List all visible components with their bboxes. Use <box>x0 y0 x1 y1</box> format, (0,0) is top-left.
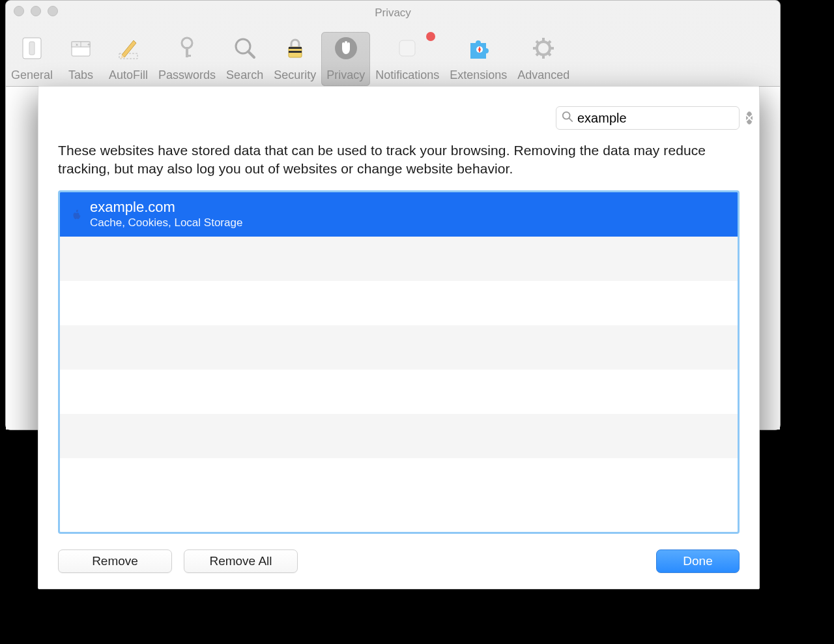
list-item[interactable]: example.comCache, Cookies, Local Storage <box>60 192 738 237</box>
tab-autofill[interactable]: AutoFill <box>104 32 153 86</box>
svg-rect-1 <box>29 42 35 55</box>
done-button[interactable]: Done <box>656 549 740 573</box>
clear-search-button[interactable] <box>746 111 753 124</box>
svg-rect-17 <box>399 40 415 56</box>
list-item-empty <box>60 325 738 370</box>
tab-search[interactable]: Search <box>221 32 268 86</box>
svg-line-25 <box>548 53 551 55</box>
lock-icon <box>279 32 311 65</box>
website-data-sheet: These websites have stored data that can… <box>38 86 760 589</box>
hand-icon <box>330 32 362 65</box>
svg-line-12 <box>248 51 254 57</box>
svg-rect-15 <box>289 51 302 53</box>
toolbar-item-label: Tabs <box>68 68 93 82</box>
tab-general[interactable]: General <box>6 32 58 86</box>
website-domain: example.com <box>90 199 242 215</box>
list-item-empty <box>60 414 738 458</box>
remove-button[interactable]: Remove <box>58 549 172 573</box>
sheet-description: These websites have stored data that can… <box>58 141 740 179</box>
tab-extensions[interactable]: Extensions <box>444 32 512 86</box>
tab-notifications[interactable]: Notifications <box>370 32 444 86</box>
toolbar-item-label: Privacy <box>326 68 365 82</box>
svg-line-26 <box>548 41 551 44</box>
svg-rect-14 <box>289 47 302 49</box>
remove-all-button[interactable]: Remove All <box>184 549 298 573</box>
tab-tabs[interactable]: ×+ Tabs <box>58 32 104 86</box>
switch-icon <box>16 32 48 65</box>
tab-advanced[interactable]: Advanced <box>512 32 575 86</box>
search-input[interactable] <box>577 111 742 126</box>
toolbar-item-label: Passwords <box>158 68 216 82</box>
svg-point-8 <box>182 38 192 48</box>
search-icon <box>562 111 573 125</box>
website-data-list[interactable]: example.comCache, Cookies, Local Storage <box>58 190 740 534</box>
svg-rect-10 <box>186 55 191 57</box>
gear-icon <box>527 32 560 65</box>
titlebar: Privacy <box>6 1 780 22</box>
toolbar-item-label: AutoFill <box>109 68 148 82</box>
toolbar-item-label: Advanced <box>517 68 569 82</box>
magnifier-icon <box>229 32 261 65</box>
apple-icon <box>70 209 82 220</box>
tab-security[interactable]: Security <box>268 32 321 86</box>
toolbar-item-label: Extensions <box>450 68 507 82</box>
list-item-empty <box>60 281 738 325</box>
toolbar-item-label: Search <box>226 68 263 82</box>
list-item-empty <box>60 237 738 281</box>
close-window-button[interactable] <box>14 6 24 16</box>
svg-text:×: × <box>76 42 78 47</box>
list-item-empty <box>60 458 738 503</box>
notification-icon <box>391 32 424 65</box>
key-icon <box>171 32 203 65</box>
window-title: Privacy <box>6 3 780 20</box>
puzzle-icon <box>462 32 495 65</box>
toolbar-item-label: Notifications <box>375 68 439 82</box>
pencil-icon <box>112 32 145 65</box>
svg-line-29 <box>569 119 573 122</box>
tabs-icon: ×+ <box>65 32 97 65</box>
website-data-types: Cache, Cookies, Local Storage <box>90 216 242 229</box>
tab-passwords[interactable]: Passwords <box>153 32 221 86</box>
svg-line-24 <box>536 41 539 44</box>
svg-line-27 <box>536 53 539 55</box>
tab-privacy[interactable]: Privacy <box>321 32 370 86</box>
notification-badge <box>426 32 435 41</box>
zoom-window-button[interactable] <box>48 6 58 16</box>
list-item-empty <box>60 370 738 414</box>
svg-text:+: + <box>87 42 90 47</box>
toolbar-item-label: Security <box>274 68 316 82</box>
minimize-window-button[interactable] <box>31 6 41 16</box>
toolbar-item-label: General <box>11 68 53 82</box>
preferences-toolbar: General ×+ Tabs AutoFill Passwords <box>6 22 780 87</box>
svg-point-28 <box>563 112 570 119</box>
search-field[interactable] <box>556 106 740 130</box>
